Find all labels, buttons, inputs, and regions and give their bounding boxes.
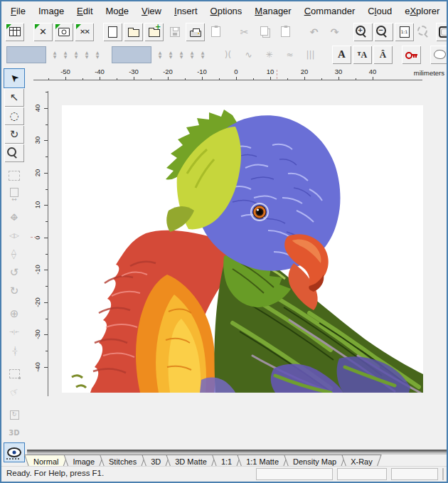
wave-arrow-button[interactable]: ≈ (280, 46, 299, 64)
spinner-step[interactable]: ▲▼ (166, 51, 176, 59)
freehand-select-tool[interactable]: ◌ (4, 107, 24, 125)
menu-explorer[interactable]: eXplorer (398, 6, 446, 16)
status-message: Ready. For Help, press F1. (6, 469, 104, 477)
menu-bar: File Image Edit Mode View Insert Options… (1, 1, 447, 21)
zoom-out-button[interactable]: − (374, 23, 393, 41)
spin-down-icon[interactable]: ▼ (96, 55, 100, 59)
density-bars-button[interactable]: ||| (301, 46, 320, 64)
gear-cross-button[interactable]: ✳ (260, 46, 279, 64)
spinner-pair[interactable]: ▲▼ (82, 51, 92, 59)
select-rectangle-tool[interactable] (4, 166, 24, 185)
rotate-tool[interactable]: ↻ (4, 125, 24, 144)
move-tool[interactable]: ↔ (4, 208, 24, 226)
image-editor-button[interactable] (54, 23, 73, 41)
page-size-tool[interactable] (4, 185, 24, 203)
paste-button[interactable] (276, 23, 295, 41)
align-center-horizontal-tool[interactable]: →|← (4, 323, 24, 341)
center-position-tool[interactable]: ⊕ (4, 304, 24, 323)
spin-down-icon[interactable]: ▼ (159, 55, 162, 59)
cut-button[interactable]: ✂ (235, 23, 254, 41)
zoom-1-1-button[interactable]: 1:1 (395, 23, 414, 41)
rotate-right-tool[interactable]: ↻ (4, 282, 24, 300)
mirror-horizontal-tool[interactable]: ◁▷ (4, 226, 24, 245)
spinner-x[interactable]: ▲▼ (198, 51, 208, 59)
save-file-button[interactable] (165, 23, 184, 41)
menu-commander[interactable]: Commander (298, 6, 362, 16)
add-file-button[interactable] (144, 23, 164, 41)
spinner-x[interactable]: ▲▼ (92, 51, 102, 59)
text-tools-group: A ᵀA Â (324, 46, 448, 64)
embird-manager-button[interactable] (5, 23, 24, 41)
spin-down-icon[interactable]: ▼ (75, 55, 78, 59)
menu-mode[interactable]: Mode (100, 6, 136, 16)
spin-down-icon[interactable]: ▼ (53, 55, 57, 59)
password-key-button[interactable] (402, 46, 421, 64)
horizontal-ruler: -50-40-30-20-10010203040 (48, 67, 390, 80)
ruler-label: -40 (82, 67, 117, 80)
rotate-left-tool[interactable]: ↺ (4, 263, 24, 282)
undo-button[interactable]: ↶ (304, 23, 324, 41)
main-toolbar: ✕ ✕✕ ✂ ↶ ↷ + − (1, 21, 447, 43)
redo-button[interactable]: ↷ (325, 23, 344, 41)
s-curve-button[interactable]: ∿ (239, 46, 258, 64)
menu-cloud[interactable]: Cloud (361, 6, 398, 16)
select-outline-tool[interactable] (4, 364, 24, 383)
open-file-button[interactable] (124, 23, 143, 41)
font-warp-button[interactable]: Â (373, 46, 393, 64)
spinner-limit[interactable]: ▲▼ (176, 51, 186, 59)
zoom-tool[interactable] (4, 144, 24, 162)
zoom-in-button[interactable]: + (353, 23, 373, 41)
menu-image[interactable]: Image (32, 6, 70, 16)
hoop-button[interactable] (436, 23, 448, 41)
stitch-tools-group: )( ∿ ✳ ≈ ||| (218, 46, 320, 64)
mirror-vertical-tool[interactable]: ◁▷ (4, 245, 24, 263)
spinner-limit[interactable]: ▲▼ (71, 51, 81, 59)
ruler-label: -50 (48, 67, 82, 80)
curve-arrows-button[interactable]: )( (218, 46, 238, 64)
preview-film-tool[interactable] (4, 442, 25, 462)
parrot-image (62, 105, 423, 393)
studio-digitizer-button[interactable]: ✕ (33, 23, 53, 41)
status-bar: Ready. For Help, press F1. (1, 466, 447, 482)
spin-down-icon[interactable]: ▼ (169, 55, 173, 59)
text-edit-button[interactable]: ᵀA (353, 46, 372, 64)
spinner-plain[interactable]: ▲▼ (50, 51, 60, 59)
spin-down-icon[interactable]: ▼ (201, 55, 205, 59)
balloon-button[interactable] (430, 46, 448, 64)
menu-manager[interactable]: Manager (248, 6, 297, 16)
spin-down-icon[interactable]: ▼ (64, 55, 68, 59)
ruler-label: -40 (28, 351, 48, 383)
spin-down-icon[interactable]: ▼ (191, 55, 194, 59)
view-3d-tool[interactable]: 3D (4, 424, 24, 442)
parameter-field-2[interactable] (112, 46, 151, 63)
zoom-selection-button[interactable] (415, 23, 434, 41)
application-window: File Image Edit Mode View Insert Options… (0, 0, 448, 483)
menu-file[interactable]: File (4, 6, 32, 16)
ruler-unit-label: milimeters (414, 69, 444, 77)
frame-rotate-tool[interactable]: ↻ (4, 405, 24, 424)
ruler-cursor-mark-h (277, 70, 277, 79)
menu-edit[interactable]: Edit (70, 6, 99, 16)
ruler-label: -20 (28, 286, 48, 319)
spinner-pair[interactable]: ▲▼ (187, 51, 197, 59)
menu-view[interactable]: View (135, 6, 168, 16)
spinner-plain[interactable]: ▲▼ (155, 51, 165, 59)
parameter-field-1[interactable] (6, 46, 46, 63)
select-arrow-tool[interactable]: ➤ (4, 68, 25, 88)
status-panel (391, 468, 438, 480)
menu-insert[interactable]: Insert (168, 6, 204, 16)
design-canvas[interactable] (62, 105, 423, 393)
hand-select-tool[interactable]: ☞ (4, 383, 24, 401)
spin-down-icon[interactable]: ▼ (180, 55, 183, 59)
menu-options[interactable]: Options (204, 6, 249, 16)
cross-stitch-button[interactable]: ✕✕ (75, 23, 94, 41)
spin-down-icon[interactable]: ▼ (85, 55, 89, 59)
new-file-button[interactable] (103, 23, 122, 41)
paste-special-button[interactable] (206, 23, 225, 41)
print-button[interactable] (186, 23, 205, 41)
spinner-step[interactable]: ▲▼ (60, 51, 70, 59)
lettering-a-button[interactable]: A (332, 46, 351, 64)
edit-nodes-tool[interactable]: ↖ (4, 88, 24, 107)
align-center-vertical-tool[interactable]: →|← (4, 341, 24, 360)
copy-button[interactable] (255, 23, 274, 41)
